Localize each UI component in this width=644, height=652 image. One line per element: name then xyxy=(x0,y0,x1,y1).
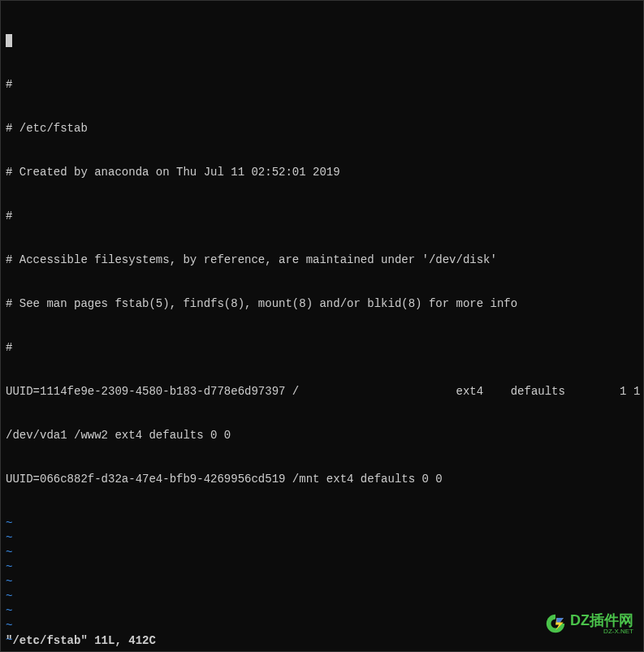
empty-line-tilde: ~ xyxy=(6,545,638,559)
empty-line-tilde: ~ xyxy=(6,530,638,545)
editor-line: # Accessible filesystems, by reference, … xyxy=(6,253,638,267)
watermark-text: DZ插件网 DZ-X.NET xyxy=(570,613,633,635)
empty-line-tilde: ~ xyxy=(6,574,638,589)
editor-line xyxy=(6,33,638,48)
editor-line: # xyxy=(6,340,638,355)
editor-line: # Created by anaconda on Thu Jul 11 02:5… xyxy=(6,165,638,179)
editor-line: /dev/vda1 /www2 ext4 defaults 0 0 xyxy=(6,428,638,443)
empty-line-tilde: ~ xyxy=(6,516,638,530)
empty-line-tilde: ~ xyxy=(6,559,638,574)
cursor-block xyxy=(6,34,12,47)
watermark-sub-text: DZ-X.NET xyxy=(570,628,633,635)
dz-logo-icon xyxy=(544,612,567,635)
terminal-editor-area[interactable]: # # /etc/fstab # Created by anaconda on … xyxy=(1,1,643,652)
editor-line: # xyxy=(6,209,638,223)
empty-line-tilde: ~ xyxy=(6,589,638,603)
editor-line: # xyxy=(6,77,638,92)
editor-line: # /etc/fstab xyxy=(6,121,638,136)
editor-line: UUID=1114fe9e-2309-4580-b183-d778e6d9739… xyxy=(6,384,638,399)
watermark-logo: DZ插件网 DZ-X.NET xyxy=(544,612,633,635)
editor-line: UUID=066c882f-d32a-47e4-bfb9-4269956cd51… xyxy=(6,472,638,486)
watermark-main-text: DZ插件网 xyxy=(570,613,633,628)
editor-line: # See man pages fstab(5), findfs(8), mou… xyxy=(6,296,638,311)
vim-status-bar: "/etc/fstab" 11L, 412C xyxy=(6,633,156,648)
